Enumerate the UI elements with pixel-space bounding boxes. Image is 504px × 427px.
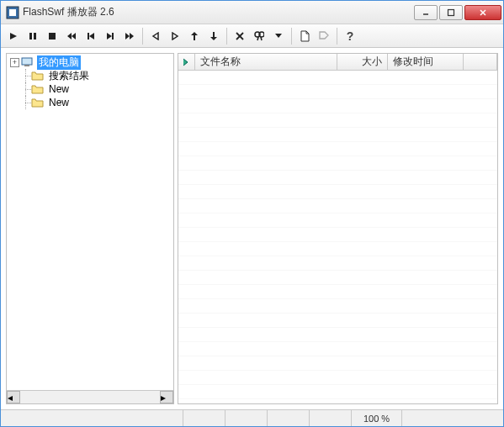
- tree-item[interactable]: New: [7, 82, 173, 96]
- svg-marker-21: [210, 32, 217, 40]
- svg-marker-11: [72, 33, 76, 40]
- svg-rect-9: [49, 33, 56, 40]
- svg-marker-18: [153, 33, 158, 40]
- tree-item-label: 搜索结果: [47, 69, 91, 83]
- window-title: FlashSwf 播放器 2.6: [23, 5, 414, 19]
- tag-button[interactable]: [315, 27, 333, 45]
- svg-marker-17: [130, 33, 134, 40]
- new-file-button[interactable]: [295, 27, 314, 45]
- svg-marker-28: [275, 34, 282, 38]
- statusbar: 100 %: [1, 409, 503, 426]
- search-button[interactable]: [250, 27, 268, 45]
- svg-rect-31: [24, 65, 29, 66]
- content-area: + 我的电脑 搜索结果 New New: [1, 48, 503, 409]
- folder-icon: [31, 71, 45, 81]
- svg-marker-13: [89, 33, 94, 40]
- toolbar: ?: [1, 24, 503, 48]
- nav-back-button[interactable]: [146, 27, 165, 45]
- folder-tree[interactable]: + 我的电脑 搜索结果 New New: [7, 54, 173, 390]
- svg-rect-1: [9, 9, 16, 16]
- header-date[interactable]: 修改时间: [388, 54, 464, 70]
- main-window: FlashSwf 播放器 2.6 ? +: [0, 0, 504, 427]
- help-button[interactable]: ?: [341, 27, 359, 45]
- status-cell: [183, 410, 225, 426]
- nav-forward-button[interactable]: [166, 27, 184, 45]
- minimize-button[interactable]: [414, 5, 438, 20]
- header-icon-col[interactable]: [178, 54, 195, 70]
- svg-marker-16: [125, 33, 130, 40]
- svg-line-26: [257, 37, 258, 40]
- svg-marker-29: [320, 32, 328, 39]
- svg-rect-8: [34, 33, 36, 40]
- tree-item[interactable]: New: [7, 96, 173, 109]
- status-cell: [310, 410, 352, 426]
- svg-rect-30: [22, 58, 32, 65]
- nav-up-button[interactable]: [185, 27, 204, 45]
- tree-root-row[interactable]: + 我的电脑: [7, 55, 173, 69]
- svg-marker-14: [107, 33, 112, 40]
- svg-line-27: [261, 37, 262, 40]
- stop-button[interactable]: [43, 27, 61, 45]
- header-empty[interactable]: [464, 54, 497, 70]
- window-controls: [414, 5, 501, 20]
- svg-marker-10: [67, 33, 72, 40]
- status-cell: [268, 410, 310, 426]
- rewind-button[interactable]: [62, 27, 81, 45]
- svg-rect-3: [448, 9, 454, 15]
- header-size[interactable]: 大小: [337, 54, 388, 70]
- computer-icon: [21, 57, 34, 67]
- table-header: 文件名称 大小 修改时间: [178, 54, 497, 71]
- status-zoom: 100 %: [352, 410, 402, 426]
- expand-icon[interactable]: +: [10, 58, 19, 67]
- next-frame-button[interactable]: [101, 27, 119, 45]
- svg-marker-6: [10, 33, 17, 40]
- status-cell: [402, 410, 503, 426]
- delete-button[interactable]: [231, 27, 249, 45]
- close-button[interactable]: [464, 5, 501, 20]
- folder-icon: [31, 84, 45, 94]
- maximize-button[interactable]: [439, 5, 463, 20]
- header-name[interactable]: 文件名称: [195, 54, 337, 70]
- svg-marker-19: [172, 33, 178, 40]
- tree-scrollbar[interactable]: ◂ ▸: [7, 390, 173, 403]
- tree-item[interactable]: 搜索结果: [7, 69, 173, 82]
- app-icon: [6, 6, 19, 19]
- svg-rect-7: [29, 33, 32, 40]
- scroll-right-icon[interactable]: ▸: [160, 391, 173, 403]
- svg-rect-15: [112, 33, 114, 40]
- file-pane: 文件名称 大小 修改时间: [178, 53, 498, 404]
- table-body[interactable]: [178, 71, 497, 403]
- svg-marker-20: [191, 32, 198, 40]
- folder-icon: [31, 98, 45, 108]
- play-button[interactable]: [4, 27, 23, 45]
- tree-root-label: 我的电脑: [37, 55, 81, 70]
- fast-forward-button[interactable]: [120, 27, 139, 45]
- pause-button[interactable]: [24, 27, 42, 45]
- prev-frame-button[interactable]: [82, 27, 100, 45]
- scroll-left-icon[interactable]: ◂: [7, 391, 20, 403]
- svg-rect-12: [88, 33, 89, 40]
- status-cell: [1, 410, 183, 426]
- tree-pane: + 我的电脑 搜索结果 New New: [6, 53, 174, 404]
- titlebar: FlashSwf 播放器 2.6: [1, 1, 503, 24]
- status-cell: [225, 410, 268, 426]
- tree-item-label: New: [47, 83, 71, 95]
- tree-item-label: New: [47, 97, 71, 108]
- nav-down-button[interactable]: [204, 27, 223, 45]
- dropdown-button[interactable]: [269, 27, 288, 45]
